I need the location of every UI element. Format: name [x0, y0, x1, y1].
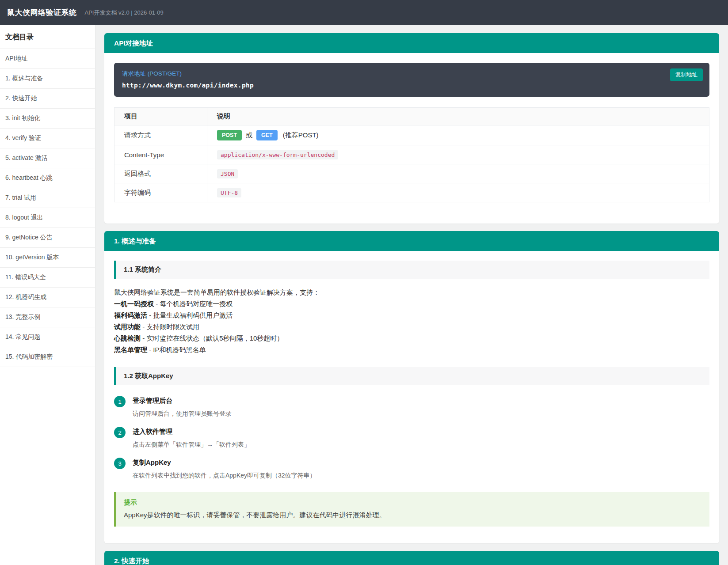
step-number-badge: 3: [114, 458, 126, 469]
step-title: 登录管理后台: [133, 397, 232, 405]
feature-line: 试用功能 - 支持限时限次试用: [114, 321, 709, 333]
badge-separator: 或: [246, 131, 252, 139]
table-row: 请求方式POST或GET(推荐POST): [114, 125, 709, 145]
step-number-badge: 1: [114, 396, 126, 407]
row-value: application/x-www-form-urlencoded: [207, 145, 709, 164]
tip-text: AppKey是软件的唯一标识，请妥善保管，不要泄露给用户。建议在代码中进行混淆处…: [124, 510, 701, 519]
post-badge: POST: [217, 130, 242, 140]
row-value: UTF-8: [207, 183, 709, 202]
overview-body: 1.1 系统简介 鼠大侠网络验证系统是一套简单易用的软件授权验证解决方案，支持：…: [104, 251, 719, 543]
api-url-block: 复制地址 请求地址 (POST/GET) http://www.dkym.com…: [114, 63, 709, 97]
column-header-item: 项目: [114, 108, 207, 125]
sidebar-item[interactable]: 7. trial 试用: [0, 188, 95, 208]
step-description: 访问管理后台，使用管理员账号登录: [133, 410, 232, 418]
sidebar-item[interactable]: 14. 常见问题: [0, 327, 95, 347]
row-label: 字符编码: [114, 183, 207, 202]
app-subtitle: API开发文档 v2.0 | 2026-01-09: [85, 9, 164, 17]
feature-line: 黑名单管理 - IP和机器码黑名单: [114, 344, 709, 356]
sidebar-item[interactable]: 4. verify 验证: [0, 129, 95, 148]
sidebar-item[interactable]: 8. logout 退出: [0, 208, 95, 228]
table-row: Content-Typeapplication/x-www-form-urlen…: [114, 145, 709, 164]
sidebar-item[interactable]: 2. 快速开始: [0, 89, 95, 109]
overview-intro-text: 鼠大侠网络验证系统是一套简单易用的软件授权验证解决方案，支持：: [114, 287, 709, 298]
sidebar-item[interactable]: 5. activate 激活: [0, 148, 95, 168]
sidebar-heading: 文档目录: [0, 25, 95, 49]
column-header-description: 说明: [207, 108, 709, 125]
subsection-get-appkey: 1.2 获取AppKey: [114, 367, 709, 385]
tip-title: 提示: [124, 498, 701, 507]
section-header-quickstart: 2. 快速开始: [104, 551, 719, 565]
feature-name: 心跳检测: [114, 334, 141, 342]
sidebar-item[interactable]: 6. heartbeat 心跳: [0, 168, 95, 188]
sidebar-item[interactable]: 1. 概述与准备: [0, 69, 95, 89]
api-address-body: 复制地址 请求地址 (POST/GET) http://www.dkym.com…: [104, 53, 719, 224]
feature-name: 一机一码授权: [114, 300, 154, 307]
copy-address-button[interactable]: 复制地址: [670, 68, 703, 81]
method-note: (推荐POST): [283, 131, 319, 139]
inline-code-value: application/x-www-form-urlencoded: [217, 150, 338, 159]
row-label: Content-Type: [114, 145, 207, 164]
main-content: API对接地址 复制地址 请求地址 (POST/GET) http://www.…: [95, 25, 728, 565]
appkey-step: 3复制AppKey在软件列表中找到您的软件，点击AppKey即可复制（32位字符…: [114, 457, 709, 480]
inline-code-value: JSON: [217, 169, 238, 178]
subsection-system-intro: 1.1 系统简介: [114, 261, 709, 279]
api-url-text: http://www.dkym.com/api/index.php: [122, 82, 701, 89]
table-header-row: 项目 说明: [114, 108, 709, 125]
inline-code-value: UTF-8: [217, 188, 241, 197]
step-title: 进入软件管理: [133, 428, 250, 436]
sidebar-item[interactable]: 3. init 初始化: [0, 109, 95, 129]
sidebar-item[interactable]: 9. getNotice 公告: [0, 228, 95, 248]
row-value: JSON: [207, 164, 709, 183]
row-value: POST或GET(推荐POST): [207, 125, 709, 145]
step-body: 进入软件管理点击左侧菜单「软件管理」→「软件列表」: [133, 426, 250, 449]
app-title: 鼠大侠网络验证系统: [7, 8, 77, 18]
sidebar-item[interactable]: 15. 代码加密解密: [0, 347, 95, 367]
get-badge: GET: [256, 130, 278, 140]
table-row: 返回格式JSON: [114, 164, 709, 183]
api-info-table: 项目 说明 请求方式POST或GET(推荐POST)Content-Typeap…: [114, 107, 709, 202]
sidebar: 文档目录 API地址1. 概述与准备2. 快速开始3. init 初始化4. v…: [0, 25, 95, 565]
feature-name: 黑名单管理: [114, 346, 147, 353]
sidebar-nav: API地址1. 概述与准备2. 快速开始3. init 初始化4. verify…: [0, 49, 95, 367]
sidebar-item[interactable]: 13. 完整示例: [0, 307, 95, 327]
table-row: 字符编码UTF-8: [114, 183, 709, 202]
sidebar-item[interactable]: 10. getVersion 版本: [0, 248, 95, 268]
sidebar-item[interactable]: 12. 机器码生成: [0, 288, 95, 307]
step-body: 登录管理后台访问管理后台，使用管理员账号登录: [133, 395, 232, 418]
tip-box: 提示 AppKey是软件的唯一标识，请妥善保管，不要泄露给用户。建议在代码中进行…: [114, 492, 709, 527]
step-number-badge: 2: [114, 427, 126, 438]
sidebar-item[interactable]: API地址: [0, 49, 95, 69]
appkey-step: 1登录管理后台访问管理后台，使用管理员账号登录: [114, 395, 709, 418]
section-api-address: API对接地址 复制地址 请求地址 (POST/GET) http://www.…: [104, 33, 719, 224]
feature-list: 一机一码授权 - 每个机器码对应唯一授权福利码激活 - 批量生成福利码供用户激活…: [114, 298, 709, 356]
app-header: 鼠大侠网络验证系统 API开发文档 v2.0 | 2026-01-09: [0, 0, 728, 25]
sidebar-item[interactable]: 11. 错误码大全: [0, 268, 95, 288]
feature-line: 一机一码授权 - 每个机器码对应唯一授权: [114, 298, 709, 310]
step-body: 复制AppKey在软件列表中找到您的软件，点击AppKey即可复制（32位字符串…: [133, 457, 316, 480]
appkey-steps: 1登录管理后台访问管理后台，使用管理员账号登录2进入软件管理点击左侧菜单「软件管…: [114, 395, 709, 480]
feature-name: 试用功能: [114, 323, 141, 330]
section-quickstart: 2. 快速开始: [104, 551, 719, 565]
section-header-overview: 1. 概述与准备: [104, 231, 719, 251]
feature-line: 心跳检测 - 实时监控在线状态（默认5秒间隔，10秒超时）: [114, 333, 709, 344]
section-overview: 1. 概述与准备 1.1 系统简介 鼠大侠网络验证系统是一套简单易用的软件授权验…: [104, 231, 719, 543]
feature-name: 福利码激活: [114, 311, 147, 319]
feature-line: 福利码激活 - 批量生成福利码供用户激活: [114, 310, 709, 321]
request-url-label: 请求地址 (POST/GET): [122, 70, 701, 78]
step-title: 复制AppKey: [133, 459, 316, 467]
row-label: 请求方式: [114, 125, 207, 145]
section-header-api-address: API对接地址: [104, 33, 719, 53]
row-label: 返回格式: [114, 164, 207, 183]
appkey-step: 2进入软件管理点击左侧菜单「软件管理」→「软件列表」: [114, 426, 709, 449]
step-description: 在软件列表中找到您的软件，点击AppKey即可复制（32位字符串）: [133, 471, 316, 480]
step-description: 点击左侧菜单「软件管理」→「软件列表」: [133, 440, 250, 449]
